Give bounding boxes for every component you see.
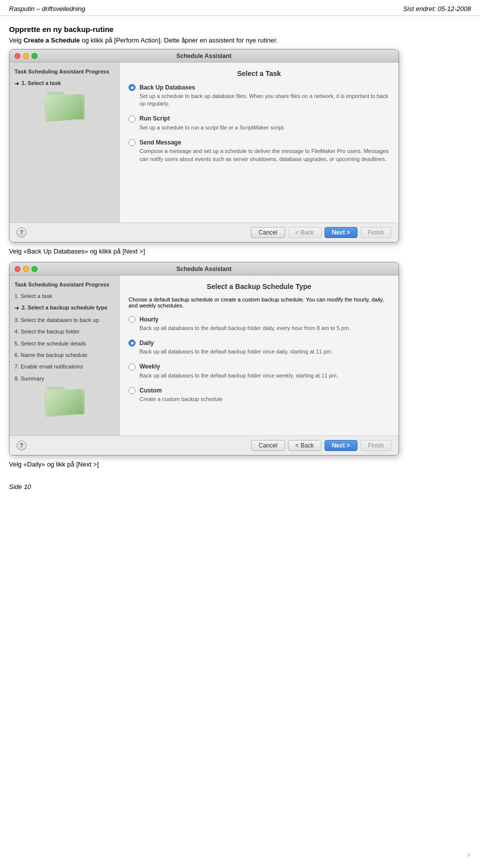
sidebar-item-7: 7. Enable email notifications	[14, 363, 114, 370]
dialog1-sidebar: Task Scheduling Assistant Progress ➜ 1. …	[10, 62, 120, 222]
task-label-message: Send Message	[128, 138, 390, 146]
schedule-desc-daily: Back up all databases to the default bac…	[140, 348, 390, 356]
caption-1: Velg «Back Up Databases» og klikk på [Ne…	[9, 248, 471, 255]
caption-2: Velg «Daily» og likk på [Next >]	[9, 460, 471, 468]
cancel-button-1[interactable]: Cancel	[251, 227, 284, 238]
zoom-button[interactable]	[32, 53, 38, 59]
traffic-lights-1	[14, 53, 38, 59]
dialog-title-2: Schedule Assistant	[176, 266, 232, 272]
dialog1-main-title: Select a Task	[128, 70, 390, 78]
schedule-desc-custom: Create a custom backup schedule	[140, 396, 390, 403]
close-button[interactable]	[14, 53, 20, 59]
radio-hourly[interactable]	[128, 316, 136, 323]
bold-text: Create a Schedule	[24, 36, 80, 44]
doc-title: Rasputin – driftsveiledning	[9, 5, 85, 12]
sidebar-arrow-icon: ➜	[14, 80, 19, 88]
back-button-1[interactable]: < Back	[288, 227, 322, 238]
task-desc-message: Compose a message and set up a schedule …	[140, 148, 390, 163]
sidebar-arrow-2: ➜	[14, 304, 19, 312]
close-button-2[interactable]	[14, 266, 20, 272]
zoom-button-2[interactable]	[32, 266, 38, 272]
next-button-1[interactable]: Next >	[324, 227, 358, 238]
dialog2-intro: Choose a default backup schedule or crea…	[128, 296, 390, 308]
finish-button-2[interactable]: Finish	[360, 440, 392, 451]
sidebar-item-4: 4. Select the backup folder	[14, 328, 114, 336]
task-label-script: Run Script	[128, 115, 390, 122]
sidebar-item-6: 6. Name the backup schedule	[14, 352, 114, 359]
task-desc-backup: Set up a schedule to back up database fi…	[140, 92, 390, 108]
dialog-titlebar-1: Schedule Assistant	[10, 50, 398, 62]
dialog-window-2: Schedule Assistant Task Scheduling Assis…	[9, 262, 399, 456]
dialog-body-2: Task Scheduling Assistant Progress 1. Se…	[10, 276, 398, 436]
folder-body2	[47, 94, 84, 120]
main-content: Opprette en ny backup-rutine Velg Create…	[0, 16, 480, 496]
radio-weekly[interactable]	[128, 364, 136, 370]
page-header: Rasputin – driftsveiledning Sist endret:…	[0, 0, 480, 16]
sidebar-item-8: 8. Summary	[14, 375, 114, 382]
schedule-label-daily: Daily	[128, 339, 390, 346]
folder-graphic-2	[44, 386, 84, 416]
sidebar-item-3: 3. Select the databases to back up	[14, 316, 114, 324]
dialog-window-1: Schedule Assistant Task Scheduling Assis…	[9, 49, 399, 242]
minimize-button-2[interactable]	[23, 266, 29, 272]
radio-run-script[interactable]	[128, 116, 136, 122]
sidebar-title-2: Task Scheduling Assistant Progress	[14, 282, 114, 288]
help-button-1[interactable]: ?	[16, 228, 26, 238]
minimize-button[interactable]	[23, 53, 29, 59]
section-heading: Opprette en ny backup-rutine	[9, 25, 471, 34]
schedule-label-weekly: Weekly	[128, 363, 390, 370]
schedule-label-hourly: Hourly	[128, 316, 390, 323]
section-intro: Velg Create a Schedule og klikk på [Perf…	[9, 36, 471, 44]
task-option-backup: Back Up Databases Set up a schedule to b…	[128, 84, 390, 108]
next-button-2[interactable]: Next >	[324, 440, 358, 451]
task-desc-script: Set up a schedule to run a script file o…	[140, 124, 390, 132]
sidebar-item-5: 5. Select the schedule details	[14, 340, 114, 348]
help-button-2[interactable]: ?	[16, 440, 26, 450]
dialog2-main-title: Select a Backup Schedule Type	[128, 282, 390, 290]
task-option-script: Run Script Set up a schedule to run a sc…	[128, 115, 390, 132]
finish-button-1[interactable]: Finish	[360, 227, 392, 238]
sidebar-title-1: Task Scheduling Assistant Progress	[14, 68, 114, 74]
back-button-2[interactable]: < Back	[288, 440, 322, 451]
folder-graphic	[44, 92, 84, 122]
dialog1-footer: ? Cancel < Back Next > Finish	[10, 222, 398, 242]
schedule-option-daily: Daily Back up all databases to the defau…	[128, 339, 390, 356]
schedule-desc-hourly: Back up all databases to the default bac…	[140, 324, 390, 332]
dialog2-footer: ? Cancel < Back Next > Finish	[10, 436, 398, 455]
dialog-titlebar-2: Schedule Assistant	[10, 262, 398, 276]
doc-date: Sist endret: 05-12-2008	[403, 5, 471, 12]
dialog2-main-panel: Select a Backup Schedule Type Choose a d…	[120, 276, 398, 436]
dialog-body-1: Task Scheduling Assistant Progress ➜ 1. …	[10, 62, 398, 222]
sidebar-item-2: ➜ 2. Select a backup schedule type	[14, 304, 114, 312]
dialog2-sidebar: Task Scheduling Assistant Progress 1. Se…	[10, 276, 120, 436]
cancel-button-2[interactable]: Cancel	[251, 440, 284, 451]
sidebar-item-select-task: ➜ 1. Select a task	[14, 80, 114, 88]
radio-daily[interactable]	[128, 340, 136, 346]
dialog-title-1: Schedule Assistant	[176, 52, 232, 60]
schedule-option-hourly: Hourly Back up all databases to the defa…	[128, 316, 390, 332]
task-option-message: Send Message Compose a message and set u…	[128, 138, 390, 163]
page-number: Side 10	[9, 483, 471, 490]
dialog1-main-panel: Select a Task Back Up Databases Set up a…	[120, 62, 398, 222]
task-label-backup: Back Up Databases	[128, 84, 390, 91]
traffic-lights-2	[14, 266, 38, 272]
schedule-option-weekly: Weekly Back up all databases to the defa…	[128, 363, 390, 380]
radio-custom[interactable]	[128, 387, 136, 394]
schedule-desc-weekly: Back up all databases to the default bac…	[140, 372, 390, 380]
schedule-label-custom: Custom	[128, 386, 390, 394]
radio-backup-databases[interactable]	[128, 84, 136, 91]
schedule-option-custom: Custom Create a custom backup schedule	[128, 386, 390, 403]
folder-body-4	[47, 390, 84, 414]
radio-send-message[interactable]	[128, 139, 136, 146]
sidebar-item-1: 1. Select a task	[14, 292, 114, 300]
